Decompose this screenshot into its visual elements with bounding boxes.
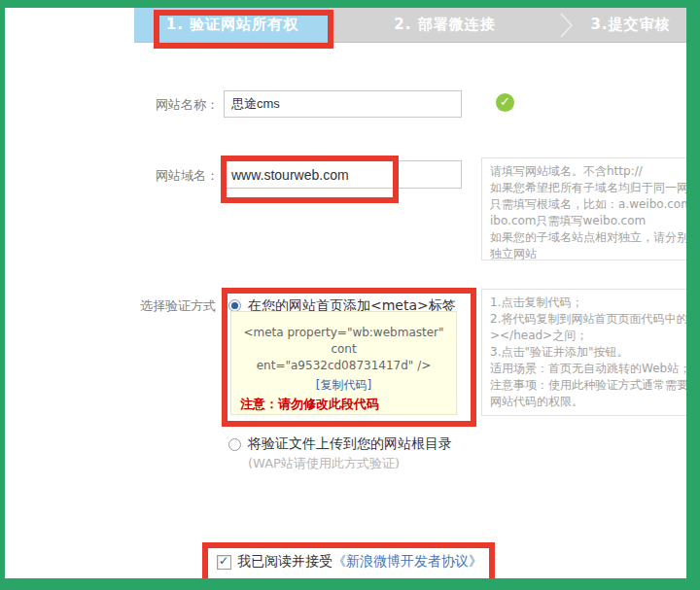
verify-method-label: 选择验证方式 xyxy=(109,297,216,315)
verify-help-line: 2.将代码复制到网站首页页面代码中的 xyxy=(490,311,686,328)
agreement-row: 我已阅读并接受 《新浪微博开发者协议》 xyxy=(217,553,482,571)
wap-note: (WAP站请使用此方式验证) xyxy=(248,455,400,472)
agreement-checkbox[interactable] xyxy=(217,555,231,570)
verify-help-line: 1.点击复制代码； xyxy=(490,295,686,311)
upload-file-radio-label[interactable]: 将验证文件上传到您的网站根目录 xyxy=(248,435,452,453)
domain-help-line: 如果您希望把所有子域名均归于同一网 xyxy=(490,180,686,196)
tab-deploy-weilink-label: 2. 部署微连接 xyxy=(394,16,495,34)
success-check-icon xyxy=(496,93,514,112)
domain-help-line: ibo.com只需填写weibo.com xyxy=(490,213,686,229)
tab-submit-review-label: 3.提交审核 xyxy=(590,16,670,34)
domain-help-line: 如果您的子域名站点相对独立，请分别 xyxy=(490,229,686,246)
domain-help-line: 独立网站 xyxy=(490,246,686,262)
site-name-label: 网站名称： xyxy=(112,96,219,114)
domain-help-line: 只需填写根域名，比如：a.weibo.com xyxy=(490,196,686,213)
meta-code-line1: <meta property="wb:webmaster" cont xyxy=(231,325,456,358)
site-name-input[interactable] xyxy=(224,90,462,118)
verify-help-box: 1.点击复制代码； 2.将代码复制到网站首页页面代码中的 ></head>之间；… xyxy=(481,289,686,416)
site-domain-input[interactable] xyxy=(224,160,462,189)
step-tabs: 1. 验证网站所有权 2. 部署微连接 3.提交审核 xyxy=(134,8,686,43)
verify-help-line: ></head>之间； xyxy=(490,328,686,344)
tab-submit-review[interactable]: 3.提交审核 xyxy=(575,8,686,42)
verify-help-line: 适用场景：首页无自动跳转的Web站； xyxy=(490,361,686,377)
copy-code-link[interactable]: [复制代码] xyxy=(316,377,371,394)
domain-help-line: 请填写网站域名。不含http:// xyxy=(490,163,686,180)
content-area: 1. 验证网站所有权 2. 部署微连接 3.提交审核 网站名称： 网站域名： 请… xyxy=(5,8,686,578)
domain-help-box: 请填写网站域名。不含http:// 如果您希望把所有子域名均归于同一网 只需填写… xyxy=(481,157,686,260)
agreement-link[interactable]: 《新浪微博开发者协议》 xyxy=(332,553,482,571)
meta-code-box: <meta property="wb:webmaster" cont ent="… xyxy=(230,311,457,415)
code-warning-text: 注意：请勿修改此段代码 xyxy=(231,396,456,412)
tab-verify-ownership[interactable]: 1. 验证网站所有权 xyxy=(134,8,331,42)
verify-help-line: 注意事项：使用此种验证方式通常需要 xyxy=(490,377,686,394)
verify-help-line: 3.点击"验证并添加"按钮。 xyxy=(490,344,686,361)
tab-verify-ownership-label: 1. 验证网站所有权 xyxy=(166,16,298,34)
page-frame: 1. 验证网站所有权 2. 部署微连接 3.提交审核 网站名称： 网站域名： 请… xyxy=(0,0,700,590)
agreement-text: 我已阅读并接受 xyxy=(237,553,332,571)
verify-help-line: 网站代码的权限。 xyxy=(490,394,686,410)
meta-code-line2: ent="a9532cd08731417d" /> xyxy=(231,358,456,374)
chevron-divider-icon xyxy=(559,9,575,42)
upload-file-radio[interactable] xyxy=(228,438,241,451)
tab-deploy-weilink[interactable]: 2. 部署微连接 xyxy=(331,8,559,42)
site-domain-label: 网站域名： xyxy=(112,167,219,185)
